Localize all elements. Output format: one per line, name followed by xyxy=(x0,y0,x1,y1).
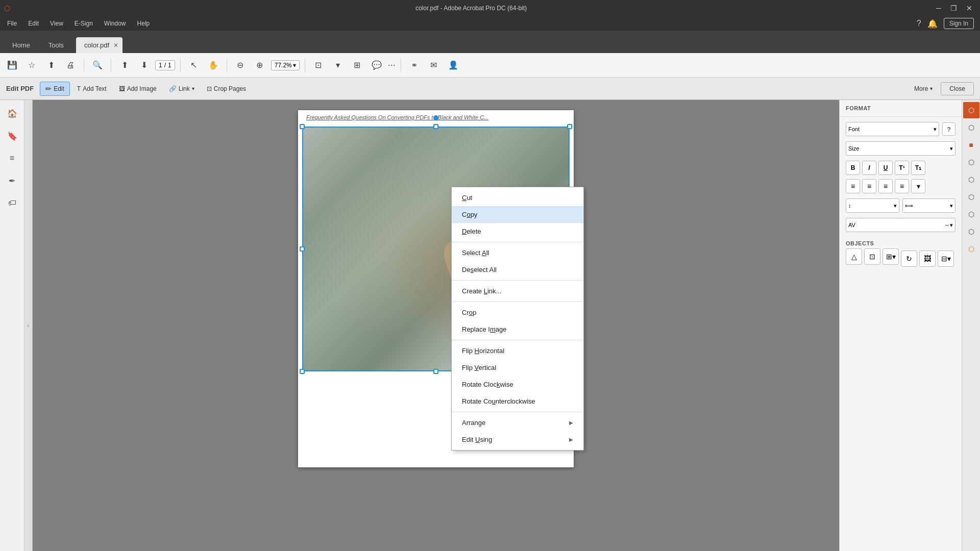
add-image-button[interactable]: 🖼 Add Image xyxy=(114,83,162,95)
zoom-out-button[interactable]: ⊖ xyxy=(232,57,249,73)
menu-view[interactable]: View xyxy=(45,18,68,29)
panel-collapse-button[interactable]: ‹ xyxy=(24,100,33,551)
align-right-button[interactable]: ≡ xyxy=(878,179,893,193)
handle-top-right[interactable] xyxy=(567,124,572,129)
color-dropdown[interactable]: AV ↔▾ xyxy=(846,218,955,232)
user-button[interactable]: 👤 xyxy=(445,57,461,73)
save-button[interactable]: 💾 xyxy=(4,57,20,73)
layer-object-dropdown[interactable]: ⊟▾ xyxy=(938,251,954,267)
tab-pdf[interactable]: color.pdf ✕ xyxy=(76,37,122,53)
ctx-edit-using[interactable]: Edit Using ▶ xyxy=(452,431,583,448)
ctx-select-all[interactable]: Select All xyxy=(452,244,583,261)
ctx-flip-horizontal[interactable]: Flip Horizontal xyxy=(452,342,583,359)
handle-bottom-left[interactable] xyxy=(300,369,305,374)
menu-file[interactable]: File xyxy=(2,18,22,29)
align-object-dropdown[interactable]: ⊞▾ xyxy=(883,248,899,265)
accent-icon-8[interactable]: ⬡ xyxy=(963,223,979,240)
align-justify-button[interactable]: ≡ xyxy=(895,179,909,193)
upload-button[interactable]: ⬆ xyxy=(43,57,59,73)
page-down-button[interactable]: ⬇ xyxy=(136,57,152,73)
ctx-deselect-all[interactable]: Deselect All xyxy=(452,261,583,278)
cursor-tool-button[interactable]: ↖ xyxy=(186,57,202,73)
tab-tools[interactable]: Tools xyxy=(40,37,72,53)
accent-icon-4[interactable]: ⬡ xyxy=(963,154,979,170)
accent-icon-5[interactable]: ⬡ xyxy=(963,171,979,188)
handle-bottom-center[interactable] xyxy=(433,369,438,374)
zoom-control[interactable]: 77.2% ▾ xyxy=(271,60,300,70)
ctx-flip-vertical[interactable]: Flip Vertical xyxy=(452,359,583,376)
bookmark-button[interactable]: ☆ xyxy=(23,57,40,73)
accent-icon-2[interactable]: ⬡ xyxy=(963,119,979,136)
menu-edit[interactable]: Edit xyxy=(23,18,44,29)
toolbar-more-button[interactable]: ··· xyxy=(388,60,396,70)
ctx-crop[interactable]: Crop xyxy=(452,304,583,321)
ctx-replace-image[interactable]: Replace Image xyxy=(452,321,583,338)
ctx-rotate-clockwise[interactable]: Rotate Clockwise xyxy=(452,376,583,393)
accent-icon-6[interactable]: ⬡ xyxy=(963,189,979,205)
page-up-button[interactable]: ⬆ xyxy=(116,57,133,73)
sign-in-button[interactable]: Sign In xyxy=(944,18,974,29)
char-spacing-dropdown[interactable]: ⟺ ▾ xyxy=(902,198,956,213)
accent-highlight-icon[interactable]: ■ xyxy=(963,137,979,153)
ctx-delete[interactable]: Delete xyxy=(452,223,583,240)
image-replace-icon[interactable]: 🖼 xyxy=(919,251,936,267)
font-size-dropdown[interactable]: Size ▾ xyxy=(846,141,955,156)
ctx-copy[interactable]: Copy xyxy=(452,206,583,223)
find-button[interactable]: 🔍 xyxy=(89,57,106,73)
hand-tool-button[interactable]: ✋ xyxy=(205,57,222,73)
zoom-in-button[interactable]: ⊕ xyxy=(252,57,268,73)
email-button[interactable]: ✉ xyxy=(426,57,442,73)
link-button[interactable]: 🔗 Link ▾ xyxy=(164,83,200,95)
sidebar-icon-home[interactable]: 🏠 xyxy=(3,104,21,122)
format-help-button[interactable]: ? xyxy=(942,122,955,136)
handle-top-left[interactable] xyxy=(300,124,305,129)
handle-rotate[interactable] xyxy=(433,115,438,120)
help-icon[interactable]: ? xyxy=(917,19,921,28)
ctx-rotate-counterclockwise[interactable]: Rotate Counterclockwise xyxy=(452,393,583,410)
rotate-cw-object-button[interactable]: ↻ xyxy=(901,251,917,267)
print-button[interactable]: 🖨 xyxy=(62,57,79,73)
line-spacing-dropdown[interactable]: ↕ ▾ xyxy=(846,198,899,213)
comment-button[interactable]: 💬 xyxy=(369,57,385,73)
ctx-cut[interactable]: Cut xyxy=(452,189,583,206)
accent-icon-9[interactable]: ⬡ xyxy=(963,241,979,257)
restore-button[interactable]: ❐ xyxy=(947,3,961,13)
notifications-icon[interactable]: 🔔 xyxy=(927,19,938,29)
triangle-icon[interactable]: △ xyxy=(846,248,862,265)
bold-button[interactable]: B xyxy=(846,161,860,175)
close-window-button[interactable]: ✕ xyxy=(963,3,976,13)
sidebar-icon-pages[interactable]: ≡ xyxy=(3,149,21,167)
sidebar-icon-tag[interactable]: 🏷 xyxy=(3,194,21,212)
close-edit-button[interactable]: Close xyxy=(941,82,974,95)
close-tab-button[interactable]: ✕ xyxy=(113,42,118,49)
handle-middle-left[interactable] xyxy=(300,246,305,252)
accent-icon-7[interactable]: ⬡ xyxy=(963,206,979,222)
menu-help[interactable]: Help xyxy=(132,18,155,29)
font-dropdown[interactable]: Font ▾ xyxy=(846,122,939,136)
fit-page-button[interactable]: ⊡ xyxy=(310,57,327,73)
fit-page-dropdown[interactable]: ▾ xyxy=(330,57,346,73)
more-button[interactable]: More ▾ xyxy=(909,83,938,95)
sidebar-icon-pen[interactable]: ✒ xyxy=(3,171,21,190)
align-left-button[interactable]: ≡ xyxy=(846,179,860,193)
ctx-create-link[interactable]: Create Link... xyxy=(452,283,583,299)
underline-button[interactable]: U xyxy=(878,161,893,175)
subscript-button[interactable]: T₁ xyxy=(911,161,925,175)
accent-pdf-icon[interactable]: ⬡ xyxy=(963,102,979,118)
align-center-button[interactable]: ≡ xyxy=(862,179,876,193)
redact-button[interactable]: ⚭ xyxy=(406,57,423,73)
minimize-button[interactable]: ─ xyxy=(932,3,945,13)
arrange-button[interactable]: ⊞ xyxy=(349,57,365,73)
crop-transform-icon[interactable]: ⊡ xyxy=(864,248,880,265)
ctx-arrange[interactable]: Arrange ▶ xyxy=(452,414,583,431)
crop-pages-button[interactable]: ⊡ Crop Pages xyxy=(202,83,251,95)
italic-button[interactable]: I xyxy=(862,161,876,175)
handle-top-center[interactable] xyxy=(433,124,438,129)
edit-button[interactable]: ✏ Edit xyxy=(40,82,70,96)
add-text-button[interactable]: T Add Text xyxy=(72,83,112,95)
tab-home[interactable]: Home xyxy=(4,37,38,53)
menu-esign[interactable]: E-Sign xyxy=(69,18,98,29)
align-dropdown[interactable]: ▾ xyxy=(911,179,925,193)
sidebar-icon-bookmark[interactable]: 🔖 xyxy=(3,127,21,145)
superscript-button[interactable]: T¹ xyxy=(895,161,909,175)
